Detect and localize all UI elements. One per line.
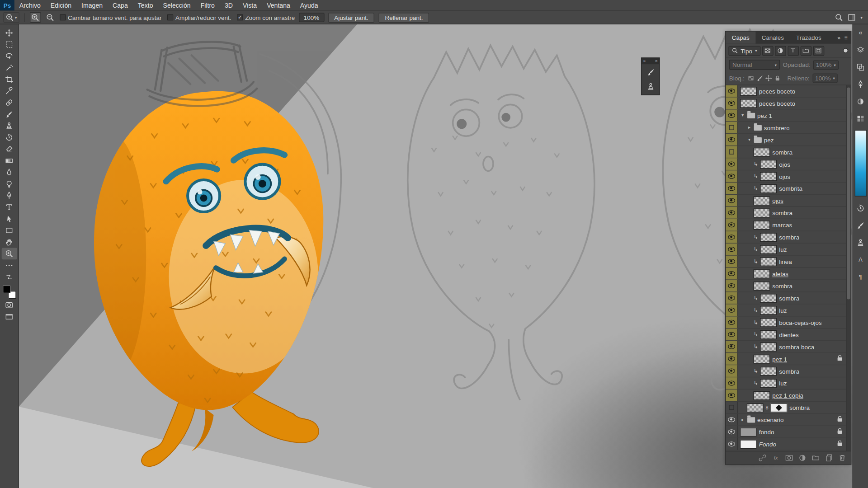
scrollbar[interactable]: [846, 85, 851, 451]
checkbox-box[interactable]: [60, 14, 66, 20]
layer-name[interactable]: peces boceto: [759, 88, 795, 94]
layer-row-content[interactable]: ↳boca-cejas-ojos: [738, 316, 846, 328]
lock-transparency-icon[interactable]: [747, 75, 755, 82]
checkbox-box[interactable]: ✓: [237, 14, 243, 20]
layer-row-content[interactable]: 8sombra: [738, 402, 846, 413]
layer-name[interactable]: pez 1: [757, 112, 772, 119]
visibility-toggle-empty[interactable]: [726, 122, 738, 133]
menu-ayuda[interactable]: Ayuda: [295, 0, 323, 10]
layer-row-content[interactable]: ▾pez: [738, 134, 846, 145]
menu-capa[interactable]: Capa: [108, 0, 133, 10]
layer-name[interactable]: sombra boca: [779, 343, 814, 350]
layer-thumbnail[interactable]: [754, 221, 770, 230]
visibility-eye-icon[interactable]: [726, 341, 738, 352]
layer-name[interactable]: sombra: [772, 282, 793, 289]
foreground-color-swatch[interactable]: [3, 286, 10, 293]
visibility-eye-icon[interactable]: [726, 134, 738, 145]
layer-thumbnail[interactable]: [760, 160, 777, 169]
visibility-eye-icon[interactable]: [726, 231, 738, 243]
visibility-eye-icon[interactable]: [726, 414, 738, 426]
history-panel-icon[interactable]: [854, 202, 867, 213]
adjustment-layer-icon[interactable]: [798, 454, 807, 462]
tab-capas[interactable]: Capas: [726, 32, 755, 44]
paragraph-panel-icon[interactable]: ¶: [854, 271, 867, 282]
adjustments-panel-icon[interactable]: [854, 96, 867, 107]
filter-type-layers-button[interactable]: [788, 46, 798, 56]
new-layer-icon[interactable]: [825, 454, 833, 462]
lasso-tool[interactable]: [1, 50, 17, 62]
visibility-eye-icon[interactable]: [726, 268, 738, 280]
layer-name[interactable]: peces boceto: [759, 100, 795, 107]
layer-mask-icon[interactable]: [785, 454, 793, 462]
layer-row-content[interactable]: marcas: [738, 219, 846, 231]
layer-thumbnail[interactable]: [760, 306, 777, 315]
workspace-switcher-icon[interactable]: [848, 13, 856, 21]
layer-row-content[interactable]: ▸sombrero: [738, 122, 846, 133]
layer-thumbnail[interactable]: [760, 330, 777, 339]
visibility-toggle-empty[interactable]: [726, 402, 738, 413]
layer-row[interactable]: sombra: [726, 207, 846, 219]
layer-row[interactable]: sombra: [726, 280, 846, 292]
tab-trazados[interactable]: Trazados: [790, 32, 828, 44]
color-swatches[interactable]: [2, 285, 16, 300]
layer-row[interactable]: ↳linea: [726, 256, 846, 268]
layer-thumbnail[interactable]: [740, 427, 757, 436]
layer-name[interactable]: sombra: [779, 295, 799, 301]
layer-name[interactable]: pez 1 copia: [772, 392, 803, 399]
clone-stamp-tool[interactable]: [1, 120, 17, 132]
layer-row[interactable]: ↳sombrita: [726, 183, 846, 195]
checkbox-cambiar-tama-o-vent-para-ajustar[interactable]: Cambiar tamaño vent. para ajustar: [60, 14, 162, 21]
chevron-right-icon[interactable]: ▸: [740, 417, 745, 422]
layer-name[interactable]: ojos: [772, 197, 783, 204]
channels-panel-icon[interactable]: [854, 61, 867, 72]
layer-row-content[interactable]: ↳luz: [738, 244, 846, 255]
layer-thumbnail[interactable]: [740, 99, 757, 108]
visibility-eye-icon[interactable]: [726, 304, 738, 316]
blur-tool[interactable]: [1, 167, 17, 178]
layer-row[interactable]: marcas: [726, 219, 846, 231]
panel-menu-icon[interactable]: ≡: [844, 35, 848, 41]
layer-row-content[interactable]: pez 1: [738, 353, 846, 365]
zoom-tool[interactable]: [1, 248, 17, 260]
collapse-panel-icon[interactable]: »: [837, 35, 840, 41]
layer-thumbnail[interactable]: [760, 318, 777, 327]
layer-thumbnail[interactable]: [754, 354, 770, 363]
menu-filtro[interactable]: Filtro: [196, 0, 220, 10]
layer-name[interactable]: boca-cejas-ojos: [779, 319, 821, 326]
layer-row-content[interactable]: peces boceto: [738, 85, 846, 97]
visibility-eye-icon[interactable]: [726, 389, 738, 401]
layer-name[interactable]: sombra: [772, 149, 793, 155]
move-tool[interactable]: [1, 27, 17, 39]
lock-pixels-icon[interactable]: [756, 75, 764, 82]
brushes-panel-icon[interactable]: [854, 220, 867, 230]
layer-row-content[interactable]: peces boceto: [738, 98, 846, 109]
layer-row-content[interactable]: ▾pez 1: [738, 109, 846, 121]
layer-row[interactable]: ↳luz: [726, 244, 846, 256]
visibility-eye-icon[interactable]: [726, 183, 738, 194]
color-panel-icon[interactable]: [854, 113, 867, 124]
chevron-down-icon[interactable]: ▾: [740, 113, 745, 118]
path-selection-tool[interactable]: [1, 213, 17, 225]
layer-row-content[interactable]: ↳dientes: [738, 328, 846, 340]
type-tool[interactable]: [1, 202, 17, 213]
fill-field[interactable]: 100% ▾: [812, 73, 838, 83]
visibility-eye-icon[interactable]: [726, 98, 738, 109]
layer-row-content[interactable]: ↳sombrita: [738, 183, 846, 194]
layer-name[interactable]: sombrero: [764, 124, 790, 131]
layer-name[interactable]: luz: [779, 307, 787, 314]
visibility-eye-icon[interactable]: [726, 426, 738, 438]
layer-row-content[interactable]: ↳linea: [738, 256, 846, 267]
layer-name[interactable]: sombrita: [779, 185, 802, 192]
layer-row-content[interactable]: Fondo: [738, 438, 846, 450]
layer-row[interactable]: fondo: [726, 426, 846, 438]
layer-row-content[interactable]: ↳sombra: [738, 231, 846, 243]
layer-row[interactable]: peces boceto: [726, 98, 846, 110]
chevron-down-icon[interactable]: ▾: [747, 137, 752, 142]
checkbox-ampliar-reducir-vent-[interactable]: Ampliar/reducir vent.: [167, 14, 231, 21]
checkbox-zoom-con-arrastre[interactable]: ✓Zoom con arrastre: [237, 14, 295, 21]
layer-row[interactable]: Fondo: [726, 438, 846, 450]
visibility-eye-icon[interactable]: [726, 316, 738, 328]
visibility-eye-icon[interactable]: [726, 109, 738, 121]
visibility-eye-icon[interactable]: [726, 158, 738, 170]
layer-thumbnail[interactable]: [754, 147, 770, 156]
